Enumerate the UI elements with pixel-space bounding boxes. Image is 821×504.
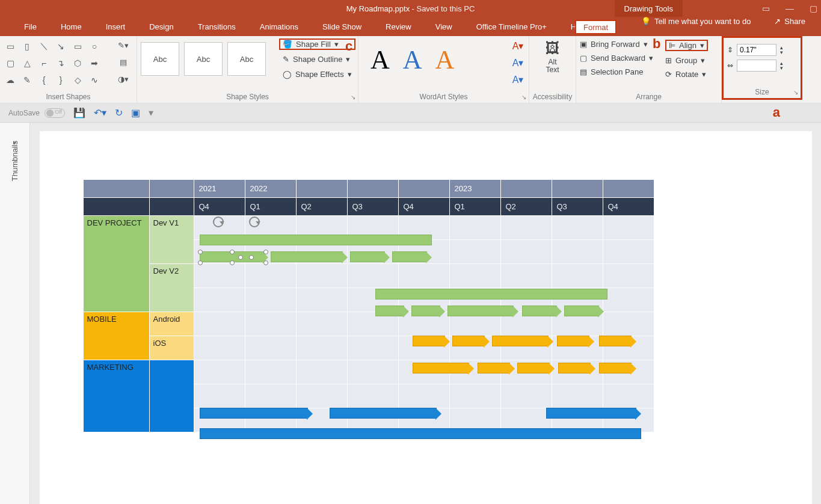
oval-icon[interactable]: ○ [88,40,101,53]
callout-icon[interactable]: ◇ [71,73,84,87]
bar-dev-v2-main[interactable] [375,289,607,300]
bar-yellow-arrow[interactable] [413,363,469,373]
freeform-icon[interactable]: ✎ [20,73,34,87]
autosave-toggle[interactable]: AutoSave Off [8,108,65,118]
triangle-icon[interactable]: △ [20,57,34,70]
size-launcher-icon[interactable]: ↘ [793,89,798,96]
tab-file[interactable]: File [12,17,49,36]
width-spinner[interactable]: ▴▾ [780,61,783,70]
wordart-launcher-icon[interactable]: ↘ [521,94,526,100]
bar-yellow-arrow[interactable] [599,336,632,346]
bar-blue-arrow[interactable] [200,408,308,419]
tell-me-search[interactable]: 💡 Tell me what you want to do [629,17,763,26]
selection-handle[interactable] [249,255,254,260]
right-arrow-icon[interactable]: ➡ [88,57,101,70]
selection-handle[interactable] [198,260,203,265]
bar-dev-v1-main[interactable] [200,235,432,245]
elbow-arrow-icon[interactable]: ↴ [54,57,67,70]
height-input[interactable] [737,44,776,56]
wordart-style-black[interactable]: A [371,45,390,75]
bar-green-arrow[interactable] [411,306,440,316]
slide[interactable]: 2021 2022 2023 Q4 Q1 Q2 Q3 Q4 Q1 [40,131,812,504]
height-spinner[interactable]: ▴▾ [780,45,783,55]
send-backward-button[interactable]: ▢Send Backward ▾ [580,54,653,63]
bar-green-arrow[interactable] [522,306,557,316]
tab-design[interactable]: Design [137,17,185,36]
rounded-rect-icon[interactable]: ▢ [4,57,17,70]
share-button[interactable]: ↗ Share [762,17,817,26]
line-icon[interactable]: ＼ [37,40,51,53]
bar-selected-3[interactable] [350,251,385,262]
maximize-icon[interactable]: ▢ [810,4,817,13]
text-fill-dropdown[interactable]: A▾ [511,38,525,53]
bar-blue[interactable] [200,428,641,439]
rectangle-icon[interactable]: ▭ [71,40,84,53]
bar-yellow-arrow[interactable] [492,336,549,346]
left-brace-icon[interactable]: { [37,73,51,87]
cloud-icon[interactable]: ☁ [4,73,17,87]
bar-blue-arrow[interactable] [546,408,636,419]
alt-text-button[interactable]: 🖼 AltText [533,40,572,74]
ribbon-options-icon[interactable]: ▭ [762,4,770,13]
bar-yellow-arrow[interactable] [599,363,632,373]
style-item-2[interactable]: Abc [184,42,223,76]
tab-format[interactable]: Format [575,20,617,34]
elbow-connector-icon[interactable]: ⌐ [37,57,51,70]
bar-green-arrow[interactable] [564,306,599,316]
undo-icon[interactable]: ↶▾ [94,107,106,118]
bar-yellow-arrow[interactable] [413,336,445,346]
tab-view[interactable]: View [423,17,464,36]
save-icon[interactable]: 💾 [73,107,85,118]
right-brace-icon[interactable]: } [54,73,67,87]
tab-review[interactable]: Review [374,17,423,36]
group-dropdown[interactable]: ⊞Group▾ [665,56,708,65]
shape-outline-dropdown[interactable]: ✎ Shape Outline ▾ [279,54,355,65]
width-input[interactable] [737,60,776,72]
selection-handle[interactable] [263,260,268,265]
tab-slideshow[interactable]: Slide Show [310,17,374,36]
edit-shape-dropdown[interactable]: ✎▾ [114,38,133,52]
bar-green-arrow[interactable] [375,306,404,316]
bar-yellow-arrow[interactable] [558,363,591,373]
rotate-dropdown[interactable]: ⟳Rotate▾ [665,70,708,79]
more-icon[interactable]: ▤ [114,55,133,69]
wordart-style-orange[interactable]: A [435,45,455,75]
tab-office-timeline-pro[interactable]: Office Timeline Pro+ [464,17,559,36]
style-item-1[interactable]: Abc [141,42,179,76]
thumbnails-panel[interactable]: ▸ Thumbnails [0,123,30,504]
vertical-textbox-icon[interactable]: ▯ [20,40,34,53]
selection-handle[interactable] [263,250,268,254]
bring-forward-button[interactable]: ▣Bring Forward ▾ [580,40,653,49]
redo-icon[interactable]: ↻ [115,107,123,118]
bar-yellow-arrow[interactable] [557,336,589,346]
selection-handle[interactable] [230,260,235,265]
minimize-icon[interactable]: — [786,4,794,13]
connector-icon[interactable]: ∿ [88,73,101,87]
selection-handle[interactable] [238,255,243,260]
arrow-line-icon[interactable]: ↘ [54,40,67,53]
rotate-handle-icon[interactable] [213,217,224,227]
text-outline-dropdown[interactable]: A▾ [511,55,525,70]
style-item-3[interactable]: Abc [227,42,266,76]
tab-animations[interactable]: Animations [248,17,310,36]
align-dropdown[interactable]: ⊫Align▾ [665,40,708,51]
start-from-beginning-icon[interactable]: ▣ [131,107,140,118]
text-effects-dropdown[interactable]: A▾ [511,72,525,87]
bar-yellow-arrow[interactable] [478,363,510,373]
shape-effects-dropdown[interactable]: ◯ Shape Effects ▾ [279,69,355,80]
textbox-icon[interactable]: ▭ [4,40,17,53]
wordart-gallery[interactable]: A A A [371,45,525,75]
tab-insert[interactable]: Insert [94,17,138,36]
shape-fill-dropdown[interactable]: 🪣 Shape Fill ▾ [279,38,355,50]
shape-styles-launcher-icon[interactable]: ↘ [351,94,355,100]
tab-transitions[interactable]: Transitions [186,17,248,36]
bar-yellow-arrow[interactable] [517,363,550,373]
bar-blue-arrow[interactable] [330,408,437,419]
selection-pane-button[interactable]: ▤Selection Pane [580,67,653,76]
selection-handle[interactable] [230,250,235,254]
bar-green-arrow[interactable] [447,306,514,316]
bar-green-arrow[interactable] [392,251,427,262]
merge-shapes-dropdown[interactable]: ◑▾ [114,72,133,85]
bar-selected-2[interactable] [271,251,343,262]
hexagon-icon[interactable]: ⬡ [71,57,84,70]
